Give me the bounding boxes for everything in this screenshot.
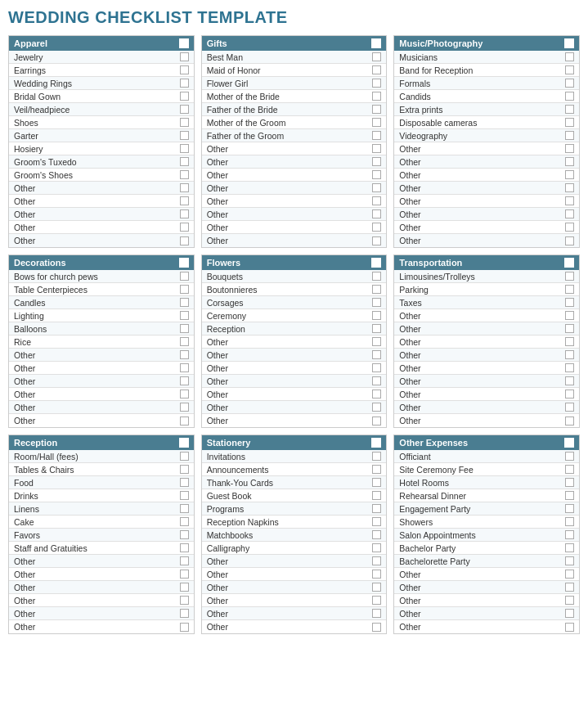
row-checkbox[interactable] xyxy=(180,417,189,426)
row-checkbox[interactable] xyxy=(565,417,574,426)
row-checkbox[interactable] xyxy=(180,543,189,552)
row-checkbox[interactable] xyxy=(565,478,574,487)
row-checkbox[interactable] xyxy=(180,105,189,114)
row-checkbox[interactable] xyxy=(565,609,574,618)
row-checkbox[interactable] xyxy=(180,478,189,487)
row-checkbox[interactable] xyxy=(180,157,189,166)
section-header-checkbox[interactable] xyxy=(564,38,574,48)
row-checkbox[interactable] xyxy=(372,324,381,333)
row-checkbox[interactable] xyxy=(565,105,574,114)
row-checkbox[interactable] xyxy=(180,570,189,579)
row-checkbox[interactable] xyxy=(372,209,381,218)
section-header-checkbox[interactable] xyxy=(371,258,381,268)
row-checkbox[interactable] xyxy=(372,118,381,127)
row-checkbox[interactable] xyxy=(565,517,574,526)
row-checkbox[interactable] xyxy=(180,596,189,605)
row-checkbox[interactable] xyxy=(372,570,381,579)
row-checkbox[interactable] xyxy=(565,530,574,539)
row-checkbox[interactable] xyxy=(372,144,381,153)
row-checkbox[interactable] xyxy=(372,465,381,474)
section-header-checkbox[interactable] xyxy=(564,438,574,448)
row-checkbox[interactable] xyxy=(180,363,189,372)
row-checkbox[interactable] xyxy=(180,556,189,565)
row-checkbox[interactable] xyxy=(180,298,189,307)
row-checkbox[interactable] xyxy=(372,556,381,565)
row-checkbox[interactable] xyxy=(180,236,189,245)
row-checkbox[interactable] xyxy=(180,350,189,359)
row-checkbox[interactable] xyxy=(180,170,189,179)
row-checkbox[interactable] xyxy=(565,285,574,294)
row-checkbox[interactable] xyxy=(180,272,189,281)
section-header-checkbox[interactable] xyxy=(564,258,574,268)
row-checkbox[interactable] xyxy=(565,272,574,281)
row-checkbox[interactable] xyxy=(565,570,574,579)
row-checkbox[interactable] xyxy=(565,623,574,632)
row-checkbox[interactable] xyxy=(180,65,189,74)
row-checkbox[interactable] xyxy=(565,491,574,500)
row-checkbox[interactable] xyxy=(372,52,381,61)
row-checkbox[interactable] xyxy=(565,543,574,552)
section-header-checkbox[interactable] xyxy=(179,258,189,268)
row-checkbox[interactable] xyxy=(180,530,189,539)
row-checkbox[interactable] xyxy=(372,298,381,307)
row-checkbox[interactable] xyxy=(565,209,574,218)
row-checkbox[interactable] xyxy=(565,223,574,232)
row-checkbox[interactable] xyxy=(180,52,189,61)
row-checkbox[interactable] xyxy=(180,376,189,385)
row-checkbox[interactable] xyxy=(372,363,381,372)
section-header-checkbox[interactable] xyxy=(179,38,189,48)
row-checkbox[interactable] xyxy=(180,285,189,294)
row-checkbox[interactable] xyxy=(180,609,189,618)
row-checkbox[interactable] xyxy=(372,609,381,618)
row-checkbox[interactable] xyxy=(180,517,189,526)
row-checkbox[interactable] xyxy=(372,183,381,192)
row-checkbox[interactable] xyxy=(372,623,381,632)
row-checkbox[interactable] xyxy=(180,209,189,218)
row-checkbox[interactable] xyxy=(565,390,574,399)
row-checkbox[interactable] xyxy=(565,144,574,153)
row-checkbox[interactable] xyxy=(565,324,574,333)
row-checkbox[interactable] xyxy=(372,504,381,513)
row-checkbox[interactable] xyxy=(180,337,189,346)
row-checkbox[interactable] xyxy=(565,236,574,245)
row-checkbox[interactable] xyxy=(565,556,574,565)
row-checkbox[interactable] xyxy=(180,79,189,88)
row-checkbox[interactable] xyxy=(372,530,381,539)
row-checkbox[interactable] xyxy=(372,543,381,552)
row-checkbox[interactable] xyxy=(372,337,381,346)
row-checkbox[interactable] xyxy=(565,350,574,359)
row-checkbox[interactable] xyxy=(565,376,574,385)
row-checkbox[interactable] xyxy=(180,131,189,140)
row-checkbox[interactable] xyxy=(372,105,381,114)
row-checkbox[interactable] xyxy=(180,465,189,474)
row-checkbox[interactable] xyxy=(372,285,381,294)
row-checkbox[interactable] xyxy=(372,452,381,461)
row-checkbox[interactable] xyxy=(565,452,574,461)
row-checkbox[interactable] xyxy=(565,79,574,88)
row-checkbox[interactable] xyxy=(565,157,574,166)
row-checkbox[interactable] xyxy=(372,350,381,359)
section-header-checkbox[interactable] xyxy=(371,438,381,448)
row-checkbox[interactable] xyxy=(372,478,381,487)
row-checkbox[interactable] xyxy=(372,196,381,205)
row-checkbox[interactable] xyxy=(565,196,574,205)
row-checkbox[interactable] xyxy=(180,403,189,412)
row-checkbox[interactable] xyxy=(372,223,381,232)
row-checkbox[interactable] xyxy=(565,596,574,605)
row-checkbox[interactable] xyxy=(565,183,574,192)
row-checkbox[interactable] xyxy=(565,363,574,372)
row-checkbox[interactable] xyxy=(180,504,189,513)
row-checkbox[interactable] xyxy=(565,403,574,412)
row-checkbox[interactable] xyxy=(565,118,574,127)
row-checkbox[interactable] xyxy=(372,65,381,74)
row-checkbox[interactable] xyxy=(180,144,189,153)
row-checkbox[interactable] xyxy=(565,337,574,346)
row-checkbox[interactable] xyxy=(372,583,381,592)
row-checkbox[interactable] xyxy=(180,491,189,500)
row-checkbox[interactable] xyxy=(180,324,189,333)
row-checkbox[interactable] xyxy=(372,491,381,500)
row-checkbox[interactable] xyxy=(180,118,189,127)
row-checkbox[interactable] xyxy=(372,390,381,399)
row-checkbox[interactable] xyxy=(565,504,574,513)
row-checkbox[interactable] xyxy=(372,311,381,320)
